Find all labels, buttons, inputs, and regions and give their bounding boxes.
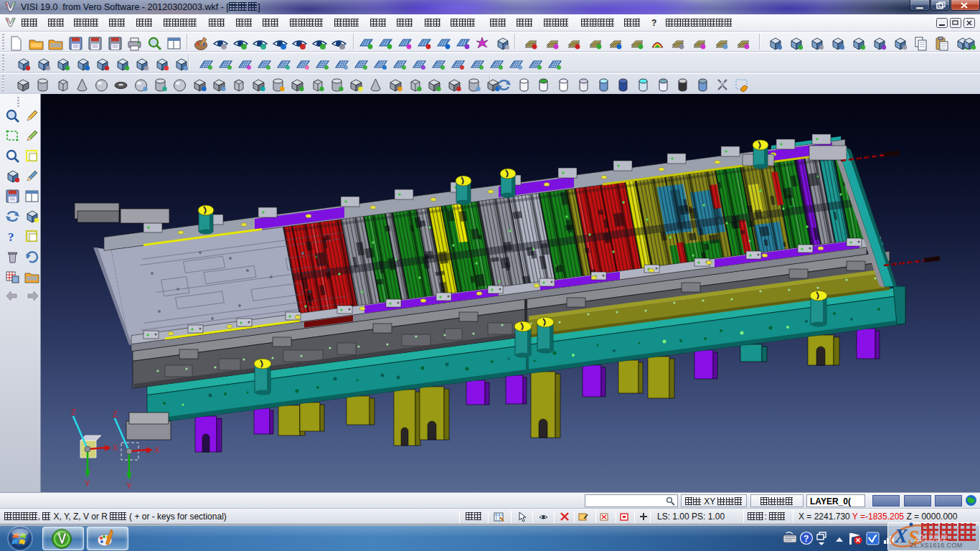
svg-text:?: ?: [804, 534, 809, 544]
svg-text:Z: Z: [113, 410, 118, 418]
svg-text:X: X: [894, 525, 908, 547]
svg-text:?: ?: [8, 230, 14, 244]
svg-text:X: X: [113, 443, 118, 452]
svg-text:Y: Y: [85, 479, 90, 488]
svg-text:X: X: [154, 446, 160, 454]
svg-text:Y: Y: [126, 481, 132, 490]
svg-text:Z: Z: [71, 408, 76, 416]
